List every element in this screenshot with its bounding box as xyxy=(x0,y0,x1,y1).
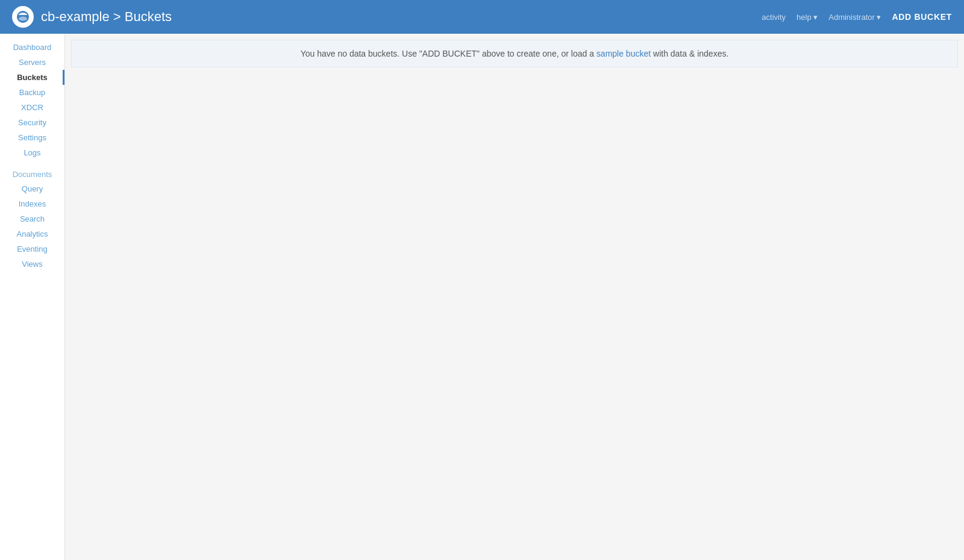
info-text-before-link: You have no data buckets. Use "ADD BUCKE… xyxy=(301,49,596,58)
sidebar-item-views[interactable]: Views xyxy=(0,257,64,272)
sidebar-group-1: Dashboard Servers Buckets Backup XDCR Se… xyxy=(0,40,64,160)
sidebar-item-backup[interactable]: Backup xyxy=(0,85,64,100)
sidebar-item-query[interactable]: Query xyxy=(0,181,64,196)
topbar-right: activity help ▾ Administrator ▾ ADD BUCK… xyxy=(762,12,952,22)
sidebar-item-settings[interactable]: Settings xyxy=(0,130,64,145)
empty-state-banner: You have no data buckets. Use "ADD BUCKE… xyxy=(71,40,958,67)
sample-bucket-link[interactable]: sample bucket xyxy=(596,49,651,58)
layout: Dashboard Servers Buckets Backup XDCR Se… xyxy=(0,34,964,560)
sidebar-item-search[interactable]: Search xyxy=(0,211,64,226)
help-menu[interactable]: help ▾ xyxy=(797,13,818,22)
add-bucket-button[interactable]: ADD BUCKET xyxy=(892,12,952,22)
sidebar-item-indexes[interactable]: Indexes xyxy=(0,196,64,211)
sidebar-item-dashboard[interactable]: Dashboard xyxy=(0,40,64,55)
sidebar-item-analytics[interactable]: Analytics xyxy=(0,226,64,241)
sidebar-item-buckets[interactable]: Buckets xyxy=(0,70,64,85)
info-text-after-link: with data & indexes. xyxy=(651,49,728,58)
sidebar-item-servers[interactable]: Servers xyxy=(0,55,64,70)
sidebar: Dashboard Servers Buckets Backup XDCR Se… xyxy=(0,34,65,560)
page-title: cb-example > Buckets xyxy=(41,9,172,25)
admin-menu[interactable]: Administrator ▾ xyxy=(828,13,881,22)
topbar-left: cb-example > Buckets xyxy=(12,6,172,28)
sidebar-group-2: Documents Query Indexes Search Analytics… xyxy=(0,165,64,272)
sidebar-item-xdcr[interactable]: XDCR xyxy=(0,100,64,115)
app-logo xyxy=(12,6,34,28)
main-content: You have no data buckets. Use "ADD BUCKE… xyxy=(65,34,964,560)
sidebar-item-security[interactable]: Security xyxy=(0,115,64,130)
sidebar-documents-header: Documents xyxy=(0,165,64,181)
activity-link[interactable]: activity xyxy=(762,13,786,22)
sidebar-item-logs[interactable]: Logs xyxy=(0,145,64,160)
svg-point-2 xyxy=(19,17,27,21)
topbar: cb-example > Buckets activity help ▾ Adm… xyxy=(0,0,964,34)
sidebar-item-eventing[interactable]: Eventing xyxy=(0,241,64,257)
